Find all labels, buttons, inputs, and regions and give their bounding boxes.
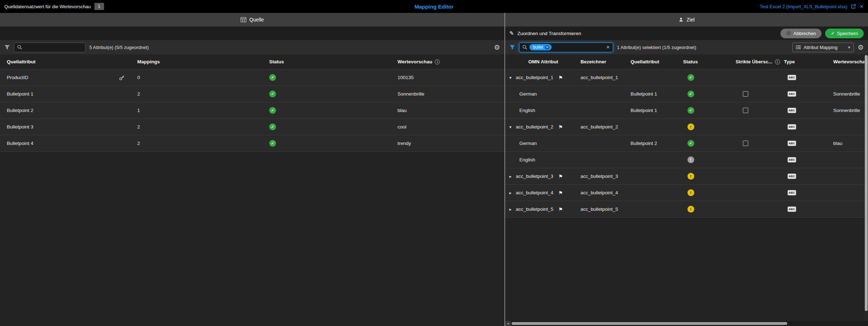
target-attribute-row[interactable]: ▸ acc_bulletpoint_4 ⚑ acc_bulletpoint_4 … — [505, 185, 868, 201]
source-search-field[interactable] — [14, 43, 85, 52]
filter-icon[interactable] — [4, 45, 10, 50]
target-attribute-row[interactable]: ▸ acc_bulletpoint_5 ⚑ acc_bulletpoint_5 … — [505, 201, 868, 218]
open-external-icon[interactable] — [851, 4, 856, 9]
target-language-row[interactable]: English ! ABC — [505, 152, 868, 168]
status-warning-icon: ! — [687, 206, 694, 213]
target-language-row[interactable]: German Bulletpoint 2 ✓ ABC blau — [505, 135, 868, 152]
value-preview: trendy — [395, 141, 504, 146]
target-attribute-row[interactable]: ▸ acc_bulletpoint_3 ⚑ acc_bulletpoint_3 … — [505, 168, 868, 185]
cancel-button[interactable]: ⊘ Abbrechen — [780, 29, 822, 38]
filter-active-icon[interactable] — [509, 45, 515, 50]
language-name: German — [516, 141, 557, 146]
table-row[interactable]: Bulletpoint 4 2 ✓ trendy — [0, 135, 504, 152]
scroll-left-arrow[interactable]: ◄ — [505, 321, 511, 326]
target-attribute-row[interactable]: ▾ acc_bulletpoint_2 ⚑ acc_bulletpoint_2 … — [505, 119, 868, 135]
gear-icon[interactable]: ⚙ — [858, 44, 864, 51]
target-panel-header: Ziel — [505, 13, 868, 26]
omn-attribute-name: acc_bulletpoint_1 — [516, 75, 557, 80]
value-preview: Sonnenbrille — [831, 91, 868, 97]
strict-overwrite-checkbox[interactable] — [743, 91, 748, 97]
expand-toggle[interactable]: ▾ — [505, 75, 516, 80]
info-icon: i — [435, 59, 440, 64]
mapped-source-attribute: Bulletpoint 1 — [628, 108, 680, 113]
target-action-bar: ✎ Zuordnen und Transformieren ⊘ Abbreche… — [505, 26, 868, 40]
save-button[interactable]: ✓ Speichern — [825, 29, 864, 38]
source-panel: Quelle 5 Attribut(e) (5/5 zugeordnet) ⚙ … — [0, 13, 504, 326]
source-search-input[interactable] — [24, 45, 82, 50]
bezeichner-value: acc_bulletpoint_1 — [578, 75, 628, 80]
mappings-count: 0 — [134, 75, 266, 80]
chip-remove-icon[interactable]: ✕ — [545, 45, 549, 50]
target-attribute-row[interactable]: ▾ acc_bulletpoint_1 ⚑ acc_bulletpoint_1 … — [505, 69, 868, 86]
omn-attribute-name: acc_bulletpoint_2 — [516, 124, 557, 130]
value-preview: Sonnenbrille — [395, 91, 504, 97]
table-row[interactable]: ProductID 0 ✓ 100135 — [0, 69, 504, 86]
close-icon[interactable]: ✕ — [859, 4, 864, 9]
value-preview: blau — [395, 108, 504, 113]
horizontal-scrollbar[interactable]: ◄ — [505, 321, 868, 326]
source-attribute-name: Bulletpoint 1 — [7, 91, 33, 97]
omn-attribute-name: acc_bulletpoint_3 — [516, 174, 557, 179]
status-ok-icon: ✓ — [269, 107, 276, 114]
expand-toggle[interactable]: ▸ — [505, 190, 516, 195]
check-icon: ✓ — [831, 31, 834, 36]
view-mode-dropdown[interactable]: Attribut Mapping ▾ — [792, 43, 854, 52]
type-text-icon: ABC — [788, 75, 796, 80]
strict-overwrite-checkbox[interactable] — [743, 141, 748, 146]
target-panel: Ziel ✎ Zuordnen und Transformieren ⊘ Abb… — [504, 13, 868, 326]
source-table-body: ProductID 0 ✓ 100135 Bulletpoint 1 2 ✓ S… — [0, 69, 504, 326]
vertical-scrollbar-thumb[interactable] — [865, 55, 868, 311]
clear-search-icon[interactable]: ✕ — [606, 45, 610, 50]
gear-icon[interactable]: ⚙ — [494, 44, 500, 51]
status-ok-icon: ✓ — [687, 74, 694, 81]
expand-toggle[interactable]: ▾ — [505, 125, 516, 130]
source-attribute-name: Bulletpoint 3 — [7, 124, 33, 130]
type-text-icon: ABC — [788, 174, 796, 179]
type-text-icon: ABC — [788, 141, 796, 146]
filter-chip[interactable]: bullet ✕ — [529, 44, 552, 50]
strict-overwrite-checkbox[interactable] — [743, 108, 748, 113]
table-row[interactable]: Bulletpoint 3 2 ✓ cool — [0, 119, 504, 135]
type-text-icon: ABC — [788, 108, 796, 113]
chevron-right-icon: ▸ — [509, 207, 512, 212]
dataset-index-field[interactable]: 1 — [94, 3, 104, 10]
horizontal-scrollbar-thumb[interactable] — [512, 322, 788, 325]
status-ok-icon: ✓ — [687, 140, 694, 147]
target-language-row[interactable]: German Bulletpoint 1 ✓ ABC Sonnenbrille — [505, 86, 868, 102]
target-language-row[interactable]: English Bulletpoint 1 ✓ ABC Sonnenbrille — [505, 102, 868, 119]
view-mode-label: Attribut Mapping — [804, 45, 838, 50]
mapping-mode-title: Zuordnen und Transformieren — [517, 31, 581, 36]
mapping-file-link[interactable]: Test Excel 2 (Import_XLS_Bulletpoint.xls… — [760, 4, 847, 9]
column-header-omn-attribut: OMN Attribut — [505, 59, 578, 64]
status-warning-icon: ! — [687, 123, 694, 130]
flag-icon: ⚑ — [558, 174, 563, 179]
flag-icon: ⚑ — [558, 75, 563, 81]
column-header-status: Status — [266, 59, 395, 64]
type-text-icon: ABC — [788, 206, 796, 212]
expand-toggle[interactable]: ▸ — [505, 174, 516, 179]
mappings-count: 2 — [134, 141, 266, 146]
status-warning-icon: ! — [687, 173, 694, 180]
chevron-down-icon: ▾ — [509, 125, 512, 130]
table-row[interactable]: Bulletpoint 2 1 ✓ blau — [0, 102, 504, 119]
source-table-header: Quellattribut Mappings Status Wertevorsc… — [0, 54, 504, 69]
flag-icon: ⚑ — [558, 190, 563, 196]
table-row[interactable]: Bulletpoint 1 2 ✓ Sonnenbrille — [0, 86, 504, 102]
value-preview: blau — [831, 141, 868, 146]
target-attribute-count: 1 Attribut(e) selektiert (1/5 zugeordnet… — [617, 45, 696, 50]
value-preview: cool — [395, 124, 504, 130]
column-header-wertevorschau: Wertevorschau i — [395, 59, 504, 64]
status-ok-icon: ✓ — [269, 123, 276, 130]
chevron-down-icon: ▾ — [509, 75, 512, 80]
type-text-icon: ABC — [788, 190, 796, 195]
vertical-scrollbar[interactable] — [864, 54, 868, 321]
key-icon — [119, 75, 125, 81]
column-header-quellattribut: Quellattribut — [628, 59, 680, 64]
mappings-count: 1 — [134, 108, 266, 113]
expand-toggle[interactable]: ▸ — [505, 207, 516, 212]
mappings-count: 2 — [134, 124, 266, 130]
mapped-source-attribute: Bulletpoint 1 — [628, 91, 680, 97]
column-header-quellattribut: Quellattribut — [0, 59, 134, 64]
column-header-bezeichner: Bezeichner — [578, 59, 628, 64]
target-search-field[interactable]: bullet ✕ ✕ — [519, 43, 613, 52]
